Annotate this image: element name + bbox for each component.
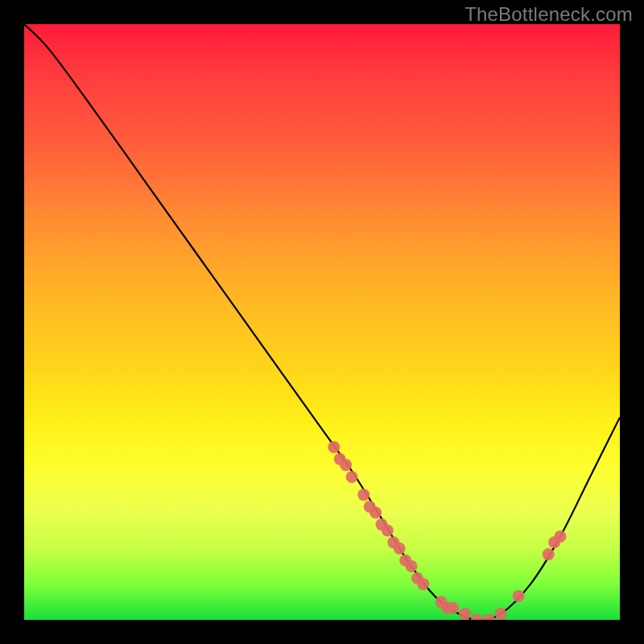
chart-root: TheBottleneck.com [0,0,644,644]
scatter-point [382,525,394,537]
scatter-point [340,459,352,471]
scatter-point [513,590,525,602]
scatter-points [328,441,566,620]
scatter-point [543,548,555,560]
scatter-point [459,608,471,620]
scatter-point [471,614,483,621]
watermark-text: TheBottleneck.com [464,3,633,26]
scatter-point [483,614,495,621]
scatter-point [369,506,382,518]
scatter-point [417,578,429,590]
scatter-point [447,602,459,614]
scatter-point [394,543,406,555]
scatter-point [555,530,567,543]
scatter-point [406,560,418,572]
bottleneck-curve [24,24,620,620]
scatter-point [328,441,340,453]
scatter-point [357,489,369,501]
scatter-point [346,471,358,483]
scatter-point [495,608,507,620]
plot-gradient-background [24,24,620,620]
chart-overlay-svg [24,24,620,620]
